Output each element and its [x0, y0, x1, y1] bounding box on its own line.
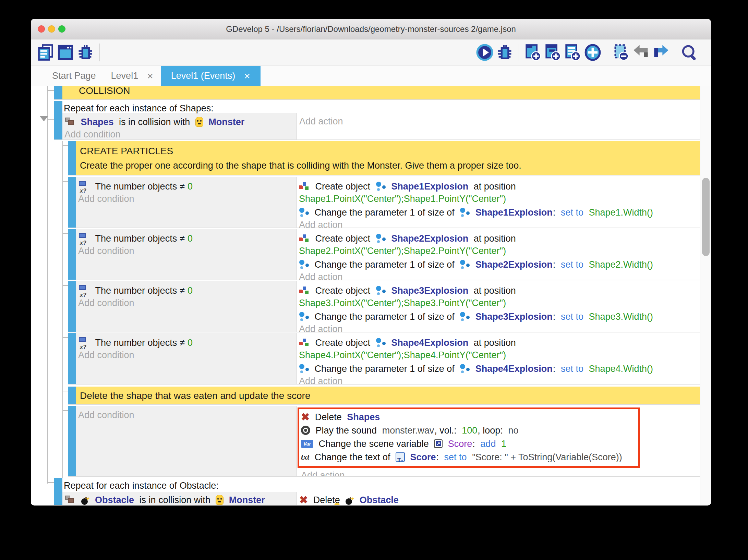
condition-number-objects[interactable]: x? The number objects≠0	[78, 232, 193, 244]
tree-tick	[62, 181, 68, 182]
event-repeat-shapes[interactable]: Repeat for each instance of Shapes: Shap…	[54, 101, 700, 140]
event-shape4[interactable]: x? The number objects≠0 Add condition Cr…	[68, 333, 700, 385]
vertical-scrollbar[interactable]	[700, 86, 711, 505]
add-condition-button[interactable]: Add condition	[64, 128, 121, 140]
action-change-size[interactable]: Change the parameter 1 of size of Shape1…	[299, 206, 653, 218]
redo-icon[interactable]	[651, 42, 671, 62]
action-position-expression[interactable]: Shape2.PointX("Center");Shape2.PointY("C…	[299, 245, 506, 257]
action-create-object[interactable]: Create object Shape1Explosion at positio…	[299, 180, 516, 192]
comment-body: Create the proper one according to the s…	[80, 159, 521, 172]
particle-emitter-icon	[376, 181, 386, 192]
tree-tick	[62, 145, 68, 146]
event-bar	[68, 229, 76, 280]
remove-event-icon[interactable]	[611, 42, 631, 62]
event-bar	[54, 86, 62, 99]
condition-collision[interactable]: ✦ Obstacle is in collision with Monster	[64, 493, 265, 505]
add-action-button[interactable]: Add action	[299, 219, 343, 228]
monster-icon	[216, 495, 224, 505]
condition-number-objects[interactable]: x? The number objects≠0	[78, 180, 193, 192]
tree-tick	[62, 233, 68, 234]
object-count-icon: x?	[78, 181, 90, 192]
action-change-size[interactable]: Change the parameter 1 of size of Shape2…	[299, 258, 653, 270]
tree-tick	[62, 391, 68, 391]
search-icon[interactable]	[679, 42, 699, 62]
project-manager-icon[interactable]	[36, 42, 56, 62]
tab-level1[interactable]: Level1 ×	[104, 66, 161, 86]
event-bar	[68, 141, 76, 175]
particle-emitter-icon	[460, 364, 470, 374]
add-action-button[interactable]: Add action	[299, 375, 343, 385]
collapse-triangle-icon[interactable]	[40, 116, 48, 121]
event-shape3[interactable]: x? The number objects≠0 Add condition Cr…	[68, 281, 700, 332]
event-update-score[interactable]: Add condition ✖ Delete Shapes Play the s…	[68, 406, 700, 477]
add-condition-button[interactable]: Add condition	[78, 245, 134, 257]
close-window-button[interactable]	[38, 25, 45, 33]
comment-delete-shape[interactable]: Delete the shape that was eaten and upda…	[68, 387, 700, 405]
close-tab-icon[interactable]: ×	[147, 70, 153, 82]
tree-tick	[47, 119, 54, 120]
action-delete-obstacle[interactable]: ✖ Delete ✦ Obstacle	[299, 493, 399, 505]
particle-emitter-icon	[299, 364, 309, 374]
action-change-size[interactable]: Change the parameter 1 of size of Shape4…	[299, 362, 653, 374]
condition-number-objects[interactable]: x? The number objects≠0	[78, 336, 193, 348]
add-subevent-icon[interactable]	[543, 42, 563, 62]
action-position-expression[interactable]: Shape4.PointX("Center");Shape4.PointY("C…	[299, 349, 506, 361]
tab-label: Level1	[111, 71, 138, 81]
add-condition-button[interactable]: Add condition	[78, 193, 134, 205]
particle-emitter-icon	[299, 259, 309, 270]
zoom-window-button[interactable]	[58, 25, 65, 33]
add-condition-button[interactable]: Add condition	[78, 297, 134, 309]
action-position-expression[interactable]: Shape3.PointX("Center");Shape3.PointY("C…	[299, 297, 506, 309]
create-object-icon	[299, 182, 310, 191]
debugger-icon[interactable]	[75, 42, 95, 62]
add-condition-button[interactable]: Add condition	[78, 409, 134, 421]
undo-icon[interactable]	[631, 42, 651, 62]
play-icon[interactable]	[475, 42, 495, 62]
debug-icon[interactable]	[495, 42, 515, 62]
comment-create-particles[interactable]: CREATE PARTICLES Create the proper one a…	[68, 141, 700, 175]
repeat-header[interactable]: Repeat for each instance of Obstacle:	[64, 479, 219, 492]
tab-bar: Start Page Level1 × Level1 (Events) ×	[31, 66, 711, 86]
condition-number-objects[interactable]: x? The number objects≠0	[78, 284, 193, 296]
delete-icon: ✖	[299, 495, 308, 505]
event-bar	[68, 333, 76, 384]
add-something-icon[interactable]	[583, 42, 603, 62]
tree-tick	[62, 337, 68, 338]
add-event-icon[interactable]	[523, 42, 543, 62]
comment-text: COLLISION	[79, 86, 130, 97]
comment-collision[interactable]: COLLISION	[54, 86, 700, 100]
event-shape2[interactable]: x? The number objects≠0 Add condition Cr…	[68, 229, 700, 280]
add-action-button[interactable]: Add action	[299, 271, 343, 280]
action-position-expression[interactable]: Shape1.PointX("Center");Shape1.PointY("C…	[299, 193, 506, 205]
add-condition-button[interactable]: Add condition	[78, 349, 134, 361]
particle-emitter-icon	[299, 207, 309, 218]
create-object-icon	[299, 338, 310, 348]
event-bar	[68, 406, 76, 476]
action-create-object[interactable]: Create object Shape3Explosion at positio…	[299, 284, 516, 296]
title-bar: GDevelop 5 - /Users/florian/Downloads/ge…	[31, 19, 711, 39]
condition-collision[interactable]: Shapes is in collision with Monster	[64, 115, 244, 127]
shapes-icon	[64, 117, 75, 127]
add-action-button[interactable]: Add action	[299, 115, 343, 127]
particle-emitter-icon	[376, 233, 386, 244]
scene-editor-icon[interactable]	[56, 42, 75, 62]
close-tab-icon[interactable]: ×	[244, 70, 250, 82]
event-repeat-obstacle[interactable]: Repeat for each instance of Obstacle: ✦ …	[54, 478, 700, 505]
tab-start-page[interactable]: Start Page	[45, 66, 104, 86]
repeat-header[interactable]: Repeat for each instance of Shapes:	[64, 102, 214, 114]
add-action-button[interactable]: Add action	[301, 469, 345, 477]
tab-level1-events[interactable]: Level1 (Events) ×	[161, 66, 261, 86]
particle-emitter-icon	[376, 338, 386, 348]
minimize-window-button[interactable]	[48, 25, 55, 33]
action-change-size[interactable]: Change the parameter 1 of size of Shape3…	[299, 310, 653, 322]
add-comment-icon[interactable]	[563, 42, 583, 62]
add-action-button[interactable]: Add action	[299, 323, 343, 332]
action-create-object[interactable]: Create object Shape4Explosion at positio…	[299, 336, 516, 348]
event-bar	[68, 387, 76, 404]
event-bar	[68, 177, 76, 228]
tree-tick	[62, 410, 68, 411]
object-count-icon: x?	[78, 233, 90, 244]
action-create-object[interactable]: Create object Shape2Explosion at positio…	[299, 232, 516, 244]
scrollbar-thumb[interactable]	[702, 178, 710, 256]
event-shape1[interactable]: x? The number objects≠0 Add condition Cr…	[68, 177, 700, 228]
